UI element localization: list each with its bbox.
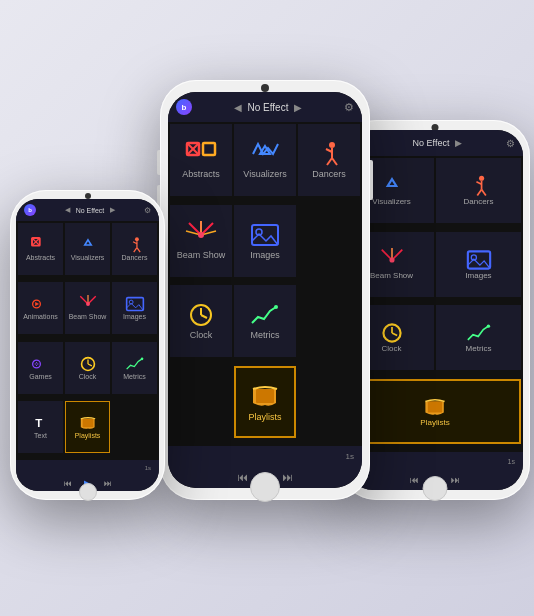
grid-item-dancers[interactable]: Dancers: [298, 124, 360, 196]
next-btn-left[interactable]: ⏭: [104, 479, 112, 488]
next-btn-center[interactable]: ⏭: [282, 471, 293, 483]
grid-item-left-clock[interactable]: Clock: [65, 342, 110, 394]
svg-line-8: [327, 158, 332, 165]
svg-line-56: [481, 190, 485, 196]
header-nav-center: ◀ No Effect ▶: [234, 102, 303, 113]
svg-point-66: [486, 325, 489, 328]
svg-rect-50: [82, 419, 93, 427]
grid-item-clock[interactable]: Clock: [170, 285, 232, 357]
time-left: 1s: [145, 465, 151, 471]
grid-item-left-text[interactable]: T Text: [18, 401, 63, 453]
svg-point-5: [329, 142, 335, 148]
grid-item-left-playlists[interactable]: Playlists: [65, 401, 110, 453]
prev-arrow-left[interactable]: ◀: [65, 206, 70, 214]
time-right: 1s: [508, 458, 515, 465]
home-button-right[interactable]: [423, 476, 448, 501]
grid-item-left-images[interactable]: Images: [112, 282, 157, 334]
next-arrow-left[interactable]: ▶: [110, 206, 115, 214]
clock-icon: [184, 301, 218, 329]
camera-center: [261, 84, 269, 92]
svg-rect-38: [126, 298, 143, 311]
settings-icon-left[interactable]: ⚙: [144, 206, 151, 215]
app-logo-center: b: [176, 99, 192, 115]
dancers-label-right: Dancers: [464, 198, 494, 207]
grid-item-right-dancers[interactable]: Dancers: [436, 158, 521, 223]
grid-item-empty4: [298, 366, 360, 438]
screen-left: b ◀ No Effect ▶ ⚙ Abstracts: [16, 199, 159, 491]
grid-item-left-dancers[interactable]: Dancers: [112, 223, 157, 275]
grid-item-beamshow[interactable]: Beam Show: [170, 205, 232, 277]
grid-item-right-playlists[interactable]: Playlists: [349, 379, 521, 444]
grid-item-left-empty: [112, 401, 157, 453]
svg-point-15: [198, 232, 204, 238]
grid-item-left-games[interactable]: Games: [18, 342, 63, 394]
prev-arrow-center[interactable]: ◀: [234, 102, 242, 113]
visualizers-icon-small: [77, 236, 99, 254]
grid-item-images[interactable]: Images: [234, 205, 296, 277]
home-button-center[interactable]: [250, 472, 280, 502]
images-icon-small: [124, 295, 146, 313]
grid-center: Abstracts Visualizers: [168, 122, 362, 446]
svg-point-60: [389, 257, 394, 262]
settings-icon-center[interactable]: ⚙: [344, 101, 354, 114]
prev-btn-right[interactable]: ⏮: [410, 475, 419, 485]
grid-item-playlists[interactable]: Playlists: [234, 366, 296, 438]
dancers-icon-small: [124, 236, 146, 254]
grid-item-visualizers[interactable]: Visualizers: [234, 124, 296, 196]
next-btn-right[interactable]: ⏭: [451, 475, 460, 485]
images-label: Images: [250, 251, 280, 261]
visualizers-label-right: Visualizers: [372, 198, 411, 207]
screen-right: b No Effect ▶ ⚙ Visualizers: [347, 130, 523, 490]
beamshow-label-right: Beam Show: [370, 272, 413, 281]
grid-item-metrics[interactable]: Metrics: [234, 285, 296, 357]
grid-item-left-animations[interactable]: Animations: [18, 282, 63, 334]
svg-point-48: [140, 357, 143, 360]
abstracts-label-small: Abstracts: [26, 254, 55, 262]
dancers-label-small: Dancers: [121, 254, 147, 262]
app-header-right: b No Effect ▶ ⚙: [347, 130, 523, 156]
svg-point-42: [37, 363, 38, 364]
clock-label-right: Clock: [381, 345, 401, 354]
clock-label: Clock: [190, 331, 213, 341]
home-button-left[interactable]: [79, 483, 97, 501]
svg-point-27: [135, 237, 139, 241]
games-icon-small: [30, 355, 52, 373]
playlists-label-small: Playlists: [75, 432, 101, 440]
clock-icon-small: [77, 355, 99, 373]
prev-btn-left[interactable]: ⏮: [64, 479, 72, 488]
next-arrow-center[interactable]: ▶: [294, 102, 302, 113]
grid-item-left-abstracts[interactable]: Abstracts: [18, 223, 63, 275]
svg-point-37: [86, 302, 90, 306]
games-label-small: Games: [29, 373, 52, 381]
metrics-icon-small: [124, 355, 146, 373]
images-label-right: Images: [465, 272, 491, 281]
header-title-left: No Effect: [76, 207, 105, 214]
visualizers-label-small: Visualizers: [71, 254, 105, 262]
header-title-center: No Effect: [248, 102, 289, 113]
svg-rect-61: [467, 251, 489, 268]
prev-btn-center[interactable]: ⏮: [237, 471, 248, 483]
grid-item-right-metrics[interactable]: Metrics: [436, 305, 521, 370]
grid-item-left-metrics[interactable]: Metrics: [112, 342, 157, 394]
settings-icon-right[interactable]: ⚙: [506, 138, 515, 149]
svg-point-21: [274, 305, 278, 309]
beamshow-label-small: Beam Show: [69, 313, 107, 321]
abstracts-label: Abstracts: [182, 170, 220, 180]
app-header-left: b ◀ No Effect ▶ ⚙: [16, 199, 159, 221]
grid-item-right-images[interactable]: Images: [436, 232, 521, 297]
phone-left: b ◀ No Effect ▶ ⚙ Abstracts: [10, 190, 165, 500]
bottom-bar-left: 1s: [16, 460, 159, 475]
playlists-label-right: Playlists: [420, 419, 449, 428]
text-icon-small: T: [30, 414, 52, 432]
visualizers-icon-right: [377, 174, 407, 198]
grid-right: Visualizers Dancers: [347, 156, 523, 452]
grid-item-left-visualizers[interactable]: Visualizers: [65, 223, 110, 275]
beamshow-icon-right: [377, 248, 407, 272]
grid-item-left-beamshow[interactable]: Beam Show: [65, 282, 110, 334]
svg-marker-26: [84, 240, 90, 245]
svg-point-52: [479, 176, 484, 181]
grid-item-abstracts[interactable]: Abstracts: [170, 124, 232, 196]
dancers-label: Dancers: [312, 170, 346, 180]
next-arrow-right[interactable]: ▶: [455, 138, 462, 148]
images-icon-right: [464, 248, 494, 272]
